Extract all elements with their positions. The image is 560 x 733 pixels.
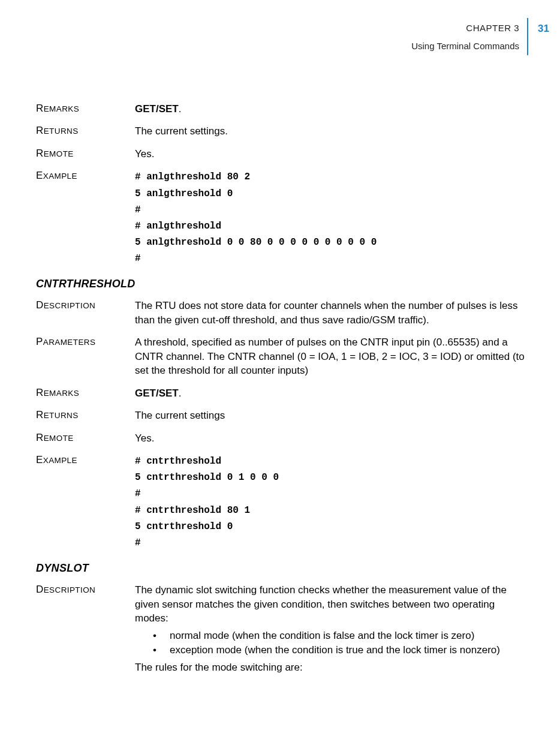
code-line: # xyxy=(135,202,530,218)
bullet-icon: • xyxy=(153,644,170,657)
value-remarks: GET/SET. xyxy=(135,386,530,400)
value-parameters: A threshold, specified as number of puls… xyxy=(135,335,530,377)
value-example: # anlgthreshold 80 2 5 anlgthreshold 0 #… xyxy=(135,169,530,267)
label-remarks: REMARKS xyxy=(36,389,79,398)
list-item: • normal mode (when the condition is fal… xyxy=(153,629,530,642)
code-line: # xyxy=(135,535,530,551)
page-header: CHAPTER 3 Using Terminal Commands 31 xyxy=(36,18,530,66)
code-line: # cntrthreshold xyxy=(135,453,530,470)
row-parameters-2: PARAMETERS A threshold, specified as num… xyxy=(36,335,530,377)
description-paragraph: The dynamic slot switching function chec… xyxy=(135,583,530,625)
bullet-text: exception mode (when the condition is tr… xyxy=(170,644,530,657)
value-description: The dynamic slot switching function chec… xyxy=(135,583,530,674)
breadcrumb: Using Terminal Commands xyxy=(411,41,519,51)
page: CHAPTER 3 Using Terminal Commands 31 REM… xyxy=(0,0,560,733)
label-description: DESCRIPTION xyxy=(36,585,95,594)
code-line: 5 cntrthreshold 0 xyxy=(135,519,530,535)
code-line: # anlgthreshold xyxy=(135,218,530,235)
label-returns: RETURNS xyxy=(36,411,79,420)
label-returns: RETURNS xyxy=(36,127,79,136)
row-remarks-2: REMARKS GET/SET. xyxy=(36,386,530,400)
row-returns-1: RETURNS The current settings. xyxy=(36,124,530,138)
chapter-label: CHAPTER 3 xyxy=(466,23,519,33)
label-remote: REMOTE xyxy=(36,434,74,443)
code-line: 5 anlgthreshold 0 xyxy=(135,186,530,202)
bullet-list: • normal mode (when the condition is fal… xyxy=(153,629,530,657)
bullet-text: normal mode (when the condition is false… xyxy=(170,629,530,642)
code-line: # xyxy=(135,486,530,502)
row-returns-2: RETURNS The current settings xyxy=(36,408,530,422)
label-example: EXAMPLE xyxy=(36,172,77,181)
label-parameters: PARAMETERS xyxy=(36,338,95,347)
value-returns: The current settings xyxy=(135,408,530,422)
code-line: # cntrthreshold 80 1 xyxy=(135,503,530,519)
row-remote-2: REMOTE Yes. xyxy=(36,431,530,445)
code-line: # xyxy=(135,251,530,267)
value-remarks: GET/SET. xyxy=(135,102,530,116)
list-item: • exception mode (when the condition is … xyxy=(153,644,530,657)
row-remote-1: REMOTE Yes. xyxy=(36,147,530,161)
value-description: The RTU does not store data for counter … xyxy=(135,299,530,327)
code-line: 5 anlgthreshold 0 0 80 0 0 0 0 0 0 0 0 0… xyxy=(135,235,530,251)
value-example: # cntrthreshold 5 cntrthreshold 0 1 0 0 … xyxy=(135,453,530,551)
code-line: # anlgthreshold 80 2 xyxy=(135,169,530,185)
value-remote: Yes. xyxy=(135,147,530,161)
label-remote: REMOTE xyxy=(36,149,74,158)
label-description: DESCRIPTION xyxy=(36,301,95,310)
section-title-cntrthreshold: CNTRTHRESHOLD xyxy=(36,278,530,290)
label-remarks: REMARKS xyxy=(36,104,79,113)
row-example-1: EXAMPLE # anlgthreshold 80 2 5 anlgthres… xyxy=(36,169,530,267)
value-remote: Yes. xyxy=(135,431,530,445)
label-example: EXAMPLE xyxy=(36,456,77,465)
row-remarks-1: REMARKS GET/SET. xyxy=(36,102,530,116)
row-description-2: DESCRIPTION The RTU does not store data … xyxy=(36,299,530,327)
row-example-2: EXAMPLE # cntrthreshold 5 cntrthreshold … xyxy=(36,453,530,551)
value-returns: The current settings. xyxy=(135,124,530,138)
header-divider xyxy=(527,18,528,55)
code-line: 5 cntrthreshold 0 1 0 0 0 xyxy=(135,470,530,486)
bullet-icon: • xyxy=(153,629,170,642)
section-title-dynslot: DYNSLOT xyxy=(36,562,530,575)
content-area: REMARKS GET/SET. RETURNS The current set… xyxy=(36,102,530,674)
closing-paragraph: The rules for the mode switching are: xyxy=(135,660,530,674)
page-number: 31 xyxy=(538,23,549,35)
row-description-3: DESCRIPTION The dynamic slot switching f… xyxy=(36,583,530,674)
